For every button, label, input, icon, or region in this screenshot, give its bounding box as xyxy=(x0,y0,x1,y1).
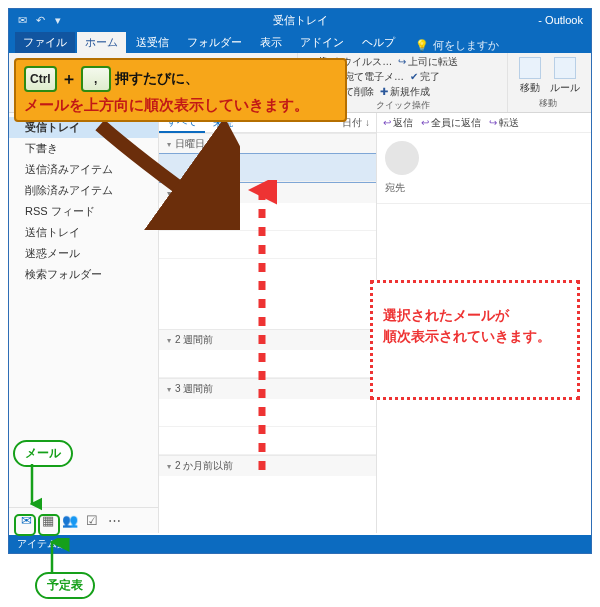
qat-dropdown-icon[interactable]: ▾ xyxy=(51,13,65,27)
reply-button[interactable]: ↩返信 xyxy=(383,116,413,130)
quick-step[interactable]: ✚新規作成 xyxy=(380,85,430,99)
tab-folder[interactable]: フォルダー xyxy=(179,32,250,53)
annotation-green-arrow xyxy=(42,538,82,576)
annotation-selection-text2: 順次表示されていきます。 xyxy=(383,326,567,347)
rules-button[interactable]: ルール xyxy=(550,55,582,95)
forward-icon: ↪ xyxy=(398,56,406,67)
annotation-label-calendar: 予定表 xyxy=(35,572,95,599)
to-label: 宛先 xyxy=(385,181,583,195)
plus-icon: ＋ xyxy=(61,69,77,90)
annotation-selection-box: 選択されたメールが 順次表示されていきます。 xyxy=(370,280,580,400)
folder-move-icon xyxy=(519,57,541,79)
key-comma: , xyxy=(81,66,111,92)
annotation-red-dashed-arrow xyxy=(247,180,277,480)
reading-pane-actions: ↩返信 ↩全員に返信 ↪転送 xyxy=(377,113,591,133)
app-name: - Outlook xyxy=(538,14,583,26)
window-title: 受信トレイ xyxy=(273,14,328,26)
annotation-green-arrow xyxy=(22,462,42,512)
nav-people-icon[interactable]: 👥 xyxy=(59,511,81,531)
forward-icon: ↪ xyxy=(489,117,497,128)
key-ctrl: Ctrl xyxy=(24,66,57,92)
sort-by[interactable]: 日付 ↓ xyxy=(342,116,376,130)
nav-tasks-icon[interactable]: ☑ xyxy=(81,511,103,531)
nav-more-icon[interactable]: ⋯ xyxy=(103,511,125,531)
annotation-selection-text1: 選択されたメールが xyxy=(383,305,567,326)
title-bar: ✉ ↶ ▾ 受信トレイ - Outlook xyxy=(9,9,591,31)
annotation-tip: Ctrl ＋ , 押すたびに、 メールを上方向に順次表示していきます。 xyxy=(14,58,347,122)
tell-me-search[interactable]: 💡 何をしますか xyxy=(415,38,499,53)
folder-junk[interactable]: 迷惑メール xyxy=(9,243,158,264)
reply-all-icon: ↩ xyxy=(421,117,429,128)
lightbulb-icon: 💡 xyxy=(415,39,429,52)
reply-icon: ↩ xyxy=(383,117,391,128)
move-button[interactable]: 移動 xyxy=(514,55,546,95)
forward-button[interactable]: ↪転送 xyxy=(489,116,519,130)
ribbon-group-label: 移動 xyxy=(514,97,581,112)
quick-step[interactable]: ↪上司に転送 xyxy=(398,55,458,69)
status-bar: アイテム数 xyxy=(9,535,591,553)
new-icon: ✚ xyxy=(380,86,388,97)
ribbon-tabs: ファイル ホーム 送受信 フォルダー 表示 アドイン ヘルプ 💡 何をしますか xyxy=(9,31,591,53)
tell-me-label: 何をしますか xyxy=(433,38,499,53)
quick-step[interactable]: ✔完了 xyxy=(410,70,440,84)
tab-addin[interactable]: アドイン xyxy=(292,32,352,53)
tip-line2: メールを上方向に順次表示していきます。 xyxy=(24,96,337,115)
sender-avatar xyxy=(385,141,419,175)
tab-file[interactable]: ファイル xyxy=(15,32,75,53)
sort-arrow-icon: ↓ xyxy=(365,117,370,128)
annotation-outline-mail xyxy=(14,514,36,536)
tab-home[interactable]: ホーム xyxy=(77,32,126,53)
annotation-brown-arrow xyxy=(80,120,240,230)
folder-search[interactable]: 検索フォルダー xyxy=(9,264,158,285)
check-icon: ✔ xyxy=(410,71,418,82)
tab-send-receive[interactable]: 送受信 xyxy=(128,32,177,53)
undo-icon[interactable]: ↶ xyxy=(33,13,47,27)
tip-line1: 押すたびに、 xyxy=(115,70,199,88)
tab-view[interactable]: 表示 xyxy=(252,32,290,53)
annotation-outline-calendar xyxy=(38,514,60,536)
reading-pane-header: 宛先 xyxy=(377,133,591,204)
ribbon-group-move: 移動 ルール 移動 xyxy=(507,53,587,112)
tab-help[interactable]: ヘルプ xyxy=(354,32,403,53)
reply-all-button[interactable]: ↩全員に返信 xyxy=(421,116,481,130)
rules-icon xyxy=(554,57,576,79)
send-receive-icon[interactable]: ✉ xyxy=(15,13,29,27)
quick-access-toolbar: ✉ ↶ ▾ xyxy=(9,13,65,27)
